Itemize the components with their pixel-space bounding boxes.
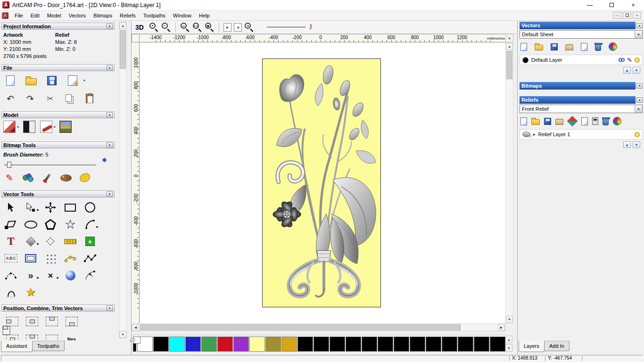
menu-item[interactable]: Toolpaths bbox=[140, 11, 169, 20]
create-ellipse-tool[interactable] bbox=[22, 216, 39, 233]
delete-vector-layer-button[interactable] bbox=[595, 43, 601, 51]
create-polygon-tool[interactable] bbox=[42, 216, 59, 233]
dropdown-arrow-icon[interactable]: ▼ bbox=[635, 31, 642, 38]
palette-swatch[interactable] bbox=[185, 337, 201, 352]
redo-button[interactable]: ↷ bbox=[22, 90, 38, 107]
relief-colour-wheel-button[interactable] bbox=[613, 117, 621, 125]
new-relief-layer-button[interactable] bbox=[520, 117, 527, 125]
move-layer-up-button[interactable]: ▲ bbox=[623, 67, 631, 74]
mirror-tool[interactable] bbox=[22, 331, 42, 340]
primary-secondary-colour-selector[interactable] bbox=[133, 337, 136, 352]
open-vector-layer-button[interactable] bbox=[535, 43, 543, 50]
palette-swatch[interactable] bbox=[346, 337, 361, 352]
slider-track[interactable] bbox=[4, 165, 96, 165]
canvas-vertical-scrollbar[interactable]: ▲ ▼ bbox=[505, 42, 513, 323]
palette-swatch[interactable] bbox=[233, 337, 249, 352]
close-button[interactable]: × bbox=[622, 0, 644, 10]
scroll-up-button[interactable]: ▲ bbox=[506, 43, 513, 50]
mdi-close-button[interactable]: × bbox=[633, 12, 641, 19]
palette-swatch[interactable] bbox=[249, 337, 265, 352]
light-material-button[interactable] bbox=[39, 120, 53, 134]
save-vector-layer-button[interactable] bbox=[551, 43, 558, 50]
create-freehand-tool[interactable] bbox=[2, 216, 19, 233]
mdi-minimize-button[interactable]: — bbox=[613, 12, 621, 19]
save-relief-layer-button[interactable] bbox=[544, 118, 551, 125]
zoom-out-button[interactable]: − bbox=[161, 22, 171, 32]
array-tool[interactable] bbox=[42, 331, 62, 340]
fit-curve-tool[interactable] bbox=[82, 267, 99, 284]
select-vectors-tool[interactable] bbox=[2, 199, 19, 216]
snap-previous-button[interactable]: ◂ bbox=[234, 23, 242, 32]
cut-button[interactable]: ✂ bbox=[42, 90, 58, 107]
scroll-thumb[interactable] bbox=[506, 51, 512, 79]
save-model-button[interactable] bbox=[44, 73, 60, 89]
paint-selective-button[interactable] bbox=[21, 171, 35, 185]
palette-swatch[interactable] bbox=[362, 337, 377, 352]
palette-swatch[interactable] bbox=[297, 337, 313, 352]
dropdown-arrow-icon[interactable]: ▼ bbox=[635, 105, 642, 113]
menu-item[interactable]: Window bbox=[169, 11, 195, 20]
previous-view-button[interactable]: ◂ bbox=[244, 22, 254, 32]
palette-swatch[interactable] bbox=[153, 337, 169, 352]
join-vectors-tool[interactable]: »▶ bbox=[22, 267, 39, 284]
palette-button[interactable] bbox=[59, 171, 73, 185]
create-rectangle-tool[interactable] bbox=[62, 199, 79, 216]
paint-brush-button[interactable]: ✎ bbox=[2, 171, 17, 185]
view-3d-button[interactable]: 3D bbox=[135, 24, 144, 31]
mdi-restore-button[interactable] bbox=[623, 12, 631, 19]
zoom-in-button[interactable]: + bbox=[149, 22, 159, 32]
zoom-1to1-button[interactable]: 1:1 bbox=[192, 22, 202, 32]
merge-relief-layers-button[interactable] bbox=[555, 117, 563, 125]
palette-swatch[interactable] bbox=[281, 337, 297, 352]
align-centre-tool[interactable] bbox=[22, 313, 42, 330]
create-sphere-tool[interactable] bbox=[62, 267, 79, 284]
transform-relief-button[interactable] bbox=[568, 117, 577, 125]
relief-layer-row[interactable]: ▸ Relief Layer 1 bbox=[520, 129, 643, 140]
collapse-button[interactable]: ▲ bbox=[107, 24, 113, 29]
create-arc-tool[interactable]: ▶ bbox=[82, 216, 99, 233]
palette-swatch[interactable] bbox=[201, 337, 217, 352]
vector-layer-row[interactable]: Default Layer ✎ bbox=[520, 55, 643, 65]
wrap-star-tool[interactable]: ★ bbox=[22, 284, 39, 301]
collapse-button[interactable]: ▲ bbox=[636, 98, 643, 103]
menu-item[interactable]: Bitmaps bbox=[90, 11, 116, 20]
create-star-tool[interactable]: ☆ bbox=[62, 216, 79, 233]
fit-polyline-tool[interactable] bbox=[82, 250, 99, 267]
tab-layers[interactable]: Layers bbox=[519, 341, 545, 352]
bitmap-artwork[interactable] bbox=[262, 58, 381, 307]
undo-button[interactable]: ↶ bbox=[2, 90, 18, 107]
nesting-tool[interactable]: Nes bbox=[62, 331, 82, 340]
transform-vectors-tool[interactable] bbox=[42, 199, 59, 216]
create-circle-tool[interactable] bbox=[82, 199, 99, 216]
move-layer-up-button[interactable]: ▲ bbox=[623, 141, 631, 148]
scroll-thumb[interactable] bbox=[140, 324, 461, 330]
maximize-button[interactable] bbox=[601, 0, 622, 10]
canvas-horizontal-scrollbar[interactable]: ◀ ▶ bbox=[132, 323, 505, 331]
measure-tool[interactable] bbox=[62, 233, 79, 250]
zoom-box-button[interactable]: ▭ bbox=[180, 22, 190, 32]
palette-swatch[interactable] bbox=[394, 337, 409, 352]
set-model-size-button[interactable] bbox=[2, 120, 17, 134]
palette-swatch[interactable] bbox=[490, 337, 505, 352]
paste-vector-tool[interactable]: + bbox=[82, 233, 99, 250]
trim-vectors-tool[interactable]: ×▶ bbox=[42, 267, 59, 284]
palette-swatch[interactable] bbox=[410, 337, 425, 352]
collapse-button[interactable]: ▲ bbox=[636, 23, 643, 28]
collapse-button[interactable]: ▲ bbox=[107, 112, 113, 117]
load-picture-button[interactable] bbox=[58, 120, 73, 134]
tab-add-in[interactable]: Add In bbox=[544, 341, 570, 351]
scroll-left-button[interactable]: ◀ bbox=[132, 324, 139, 331]
offset-vectors-tool[interactable]: ▶ bbox=[22, 233, 39, 250]
tab-toolpaths[interactable]: Toolpaths bbox=[32, 341, 65, 351]
paste-button[interactable] bbox=[82, 90, 98, 107]
open-relief-layer-button[interactable] bbox=[531, 118, 540, 125]
sheet-combobox[interactable]: Default Sheet ▼ bbox=[520, 30, 643, 39]
palette-swatch[interactable] bbox=[330, 337, 345, 352]
menu-item[interactable]: Help bbox=[195, 11, 214, 20]
merge-vector-layers-button[interactable] bbox=[565, 43, 573, 50]
palette-swatch[interactable] bbox=[378, 337, 393, 352]
menu-item[interactable]: Reliefs bbox=[116, 11, 140, 20]
flyout-arrow-icon[interactable]: ▾ bbox=[83, 79, 85, 82]
collapse-button[interactable]: ▲ bbox=[107, 65, 113, 70]
new-model-button[interactable] bbox=[2, 73, 18, 89]
